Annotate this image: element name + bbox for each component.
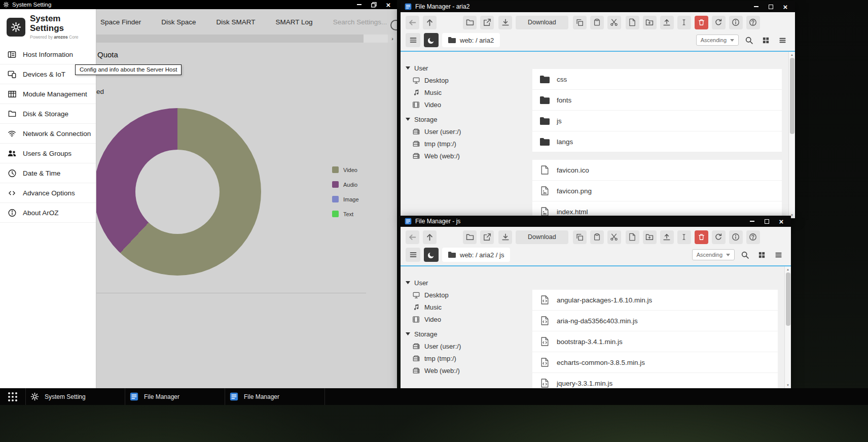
cut-button[interactable]: [607, 230, 621, 244]
download-icon-button[interactable]: [498, 16, 512, 29]
taskbar-item-system-setting-0[interactable]: System Setting: [25, 388, 125, 405]
new-folder-button[interactable]: [643, 230, 657, 244]
tree-item-music[interactable]: Music: [406, 86, 525, 98]
titlebar[interactable]: File Manager - js ×: [401, 216, 791, 227]
search-button[interactable]: [738, 248, 751, 261]
close-button[interactable]: ×: [776, 217, 787, 225]
tree-item-web-web[interactable]: Web (web:/): [406, 150, 525, 162]
sidebar-item-users-groups[interactable]: Users & Groups: [0, 144, 96, 163]
breadcrumb[interactable]: web: / aria2 / js: [442, 248, 510, 262]
theme-toggle-button[interactable]: [424, 248, 439, 262]
file-row[interactable]: fonts: [532, 90, 782, 110]
scrollbar-thumb[interactable]: [786, 273, 790, 326]
file-row[interactable]: echarts-common-3.8.5.min.js: [532, 352, 778, 372]
grid-view-button[interactable]: [759, 33, 772, 47]
rename-button[interactable]: [677, 16, 691, 29]
vertical-scrollbar[interactable]: ▲ ▼: [784, 266, 791, 388]
open-in-new-button[interactable]: [480, 230, 494, 244]
taskbar-item-file-manager-1[interactable]: File Manager: [125, 388, 225, 405]
sidebar-item-host-information[interactable]: Host Information: [0, 45, 96, 64]
tree-section-storage[interactable]: Storage: [406, 328, 525, 340]
tree-item-video[interactable]: Video: [406, 313, 525, 325]
close-button[interactable]: ×: [383, 1, 394, 9]
settings-search-input[interactable]: Search Settings...: [333, 18, 387, 26]
maximize-button[interactable]: [765, 3, 776, 11]
taskbar-item-file-manager-2[interactable]: File Manager: [225, 388, 325, 405]
back-button[interactable]: [406, 230, 419, 244]
file-row[interactable]: favicon.ico: [532, 160, 782, 180]
tree-item-user-user[interactable]: User (user:/): [406, 125, 525, 138]
breadcrumb[interactable]: web: / aria2: [442, 33, 500, 47]
download-button[interactable]: Download: [516, 16, 568, 29]
tab-disk-space[interactable]: Disk Space: [161, 18, 196, 26]
file-row[interactable]: angular-packages-1.6.10.min.js: [532, 290, 778, 310]
delete-button[interactable]: [695, 16, 708, 29]
file-row[interactable]: jquery-3.3.1.min.js: [532, 373, 778, 388]
file-row[interactable]: bootstrap-3.4.1.min.js: [532, 331, 778, 352]
sort-order-dropdown[interactable]: Ascending: [692, 249, 735, 260]
list-view-button[interactable]: [772, 248, 785, 261]
refresh-button[interactable]: [712, 16, 726, 29]
file-row[interactable]: js: [532, 111, 782, 131]
sidebar-item-disk-storage[interactable]: Disk & Storage: [0, 104, 96, 124]
tree-section-user[interactable]: User: [406, 62, 525, 74]
properties-button[interactable]: [729, 16, 743, 29]
titlebar[interactable]: File Manager - aria2 ×: [401, 1, 795, 12]
list-view-button[interactable]: [776, 33, 789, 47]
file-row[interactable]: aria-ng-da5356c403.min.js: [532, 311, 778, 331]
tree-item-tmp-tmp[interactable]: tmp (tmp:/): [406, 138, 525, 150]
download-button[interactable]: Download: [516, 230, 568, 244]
refresh-button[interactable]: [712, 230, 726, 244]
upload-button[interactable]: [660, 230, 674, 244]
delete-button[interactable]: [695, 230, 708, 244]
tree-item-tmp-tmp[interactable]: tmp (tmp:/): [406, 352, 525, 364]
theme-toggle-button[interactable]: [424, 33, 439, 47]
tree-item-web-web[interactable]: Web (web:/): [406, 364, 525, 377]
titlebar[interactable]: System Setting ×: [0, 0, 397, 9]
sidebar-item-advance-options[interactable]: Advance Options: [0, 183, 96, 203]
cut-button[interactable]: [607, 16, 621, 29]
new-file-button[interactable]: [626, 230, 639, 244]
tree-item-desktop[interactable]: Desktop: [406, 74, 525, 86]
help-button[interactable]: [746, 230, 760, 244]
open-folder-button[interactable]: [463, 16, 477, 29]
scroll-up-icon[interactable]: ▲: [786, 267, 789, 271]
download-icon-button[interactable]: [498, 230, 512, 244]
tab-disk-smart[interactable]: Disk SMART: [216, 18, 256, 26]
open-in-new-button[interactable]: [480, 16, 494, 29]
grid-view-button[interactable]: [755, 248, 768, 261]
new-folder-button[interactable]: [643, 16, 657, 29]
copy-button[interactable]: [573, 16, 587, 29]
horizontal-scrollbar[interactable]: ›: [96, 35, 397, 43]
tree-item-video[interactable]: Video: [406, 98, 525, 111]
sidebar-item-about-aroz[interactable]: About ArOZ: [0, 203, 96, 223]
minimize-button[interactable]: [746, 217, 757, 225]
properties-button[interactable]: [729, 230, 743, 244]
copy-button[interactable]: [573, 230, 587, 244]
paste-button[interactable]: [590, 230, 604, 244]
minimize-button[interactable]: [750, 3, 762, 11]
app-launcher-button[interactable]: [0, 392, 25, 401]
paste-button[interactable]: [590, 16, 604, 29]
tree-item-user-user[interactable]: User (user:/): [406, 340, 525, 352]
tab-space-finder[interactable]: Space Finder: [100, 18, 141, 26]
maximize-button[interactable]: [761, 217, 772, 225]
scrollbar-thumb[interactable]: [96, 35, 364, 43]
search-button[interactable]: [742, 33, 755, 47]
new-file-button[interactable]: [626, 16, 639, 29]
sidebar-item-date-time[interactable]: Date & Time: [0, 163, 96, 183]
help-button[interactable]: [746, 16, 760, 29]
menu-button[interactable]: [406, 248, 420, 262]
close-button[interactable]: ×: [780, 3, 791, 11]
minimize-button[interactable]: [353, 1, 365, 9]
file-row[interactable]: favicon.png: [532, 181, 782, 201]
tree-section-user[interactable]: User: [406, 277, 525, 289]
tree-section-storage[interactable]: Storage: [406, 113, 525, 125]
scroll-up-icon[interactable]: ▲: [790, 53, 793, 57]
rename-button[interactable]: [677, 230, 691, 244]
sidebar-item-module-management[interactable]: Module Management: [0, 84, 96, 104]
up-button[interactable]: [423, 230, 437, 244]
tree-item-desktop[interactable]: Desktop: [406, 289, 525, 301]
sidebar-item-network-connection[interactable]: Network & Connection: [0, 124, 96, 144]
tree-item-music[interactable]: Music: [406, 301, 525, 313]
